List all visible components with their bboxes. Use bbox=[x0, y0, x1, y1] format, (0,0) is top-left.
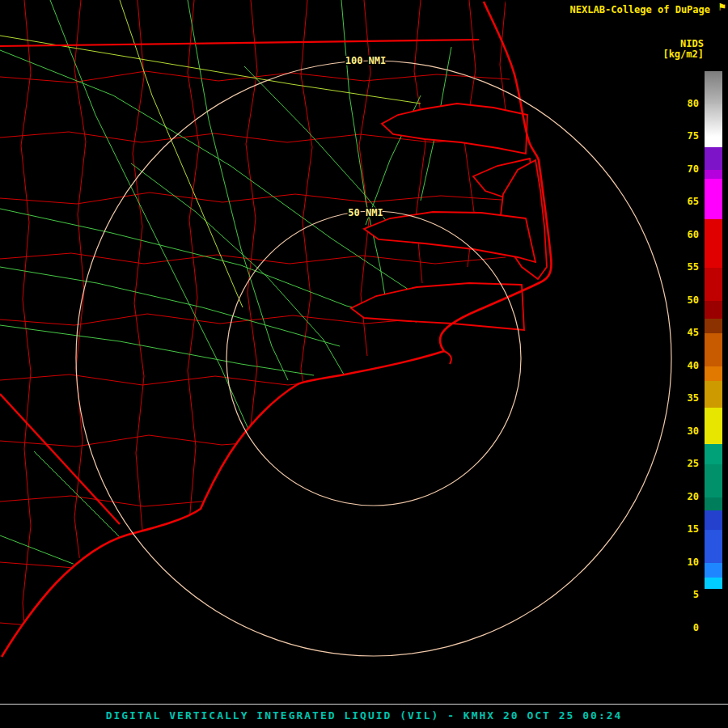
colorbar-tick-label: 70 bbox=[688, 163, 699, 175]
state-border-va bbox=[0, 40, 479, 46]
range-rings bbox=[76, 61, 671, 656]
radar-display: 100 NMI 50 NMI NEXLAB-College of DuPage … bbox=[0, 0, 728, 728]
product-caption: DIGITAL VERTICALLY INTEGRATED LIQUID (VI… bbox=[0, 709, 728, 722]
cape-lookout-hook bbox=[444, 351, 451, 364]
colorbar-tick-label: 30 bbox=[688, 425, 699, 437]
colorbar-tick-label: 55 bbox=[688, 261, 699, 273]
colorbar-segment bbox=[705, 301, 722, 334]
colorbar-segment bbox=[705, 71, 722, 104]
colorbar-segment bbox=[705, 464, 722, 497]
colorbar-segment bbox=[705, 170, 722, 203]
colorbar-tick-label: 5 bbox=[693, 589, 699, 600]
range-ring-100 bbox=[76, 61, 671, 656]
colorbar-tick-label: 20 bbox=[688, 491, 699, 502]
coastline-group bbox=[0, 2, 551, 657]
colorbar-segment bbox=[705, 399, 722, 432]
colorbar-tick-label: 15 bbox=[688, 523, 699, 535]
colorbar-tick-label: 10 bbox=[688, 557, 699, 568]
colorbar-segments bbox=[705, 71, 722, 629]
colorbar-segment bbox=[705, 563, 722, 596]
southern-coastline bbox=[2, 351, 444, 657]
footer-divider bbox=[0, 704, 728, 705]
colorbar-tick-label: 60 bbox=[688, 229, 699, 240]
colorbar-tick-label: 50 bbox=[688, 294, 699, 306]
road-lines bbox=[0, 0, 451, 647]
colorbar-tick-label: 40 bbox=[688, 360, 699, 371]
colorbar-tick-label: 75 bbox=[688, 130, 699, 142]
colorbar-ticks: 80757065605550454035302520151050 bbox=[670, 0, 699, 728]
albemarle-sound bbox=[382, 104, 527, 154]
colorbar-tick-label: 35 bbox=[688, 392, 699, 404]
colorbar-segment bbox=[705, 530, 722, 563]
colorbar-segment bbox=[705, 202, 722, 235]
state-border-sc bbox=[0, 394, 120, 524]
colorbar-segment bbox=[705, 432, 722, 465]
neuse-river bbox=[351, 283, 524, 330]
colorbar-segment bbox=[705, 268, 722, 301]
colorbar-segment bbox=[705, 333, 722, 366]
colorbar-tick-label: 25 bbox=[688, 458, 699, 469]
colorbar-tick-label: 0 bbox=[693, 622, 699, 633]
colorbar-tick-label: 80 bbox=[688, 98, 699, 109]
range-ring-label-50: 50 NMI bbox=[348, 207, 383, 218]
colorbar-segment bbox=[705, 137, 722, 170]
colorbar-tick-label: 65 bbox=[688, 196, 699, 207]
pamlico-river bbox=[364, 212, 535, 262]
colorbar-segment bbox=[705, 235, 722, 269]
colorbar-segment bbox=[705, 497, 722, 531]
radar-map: 100 NMI 50 NMI bbox=[0, 0, 728, 728]
range-ring-label-100: 100 NMI bbox=[345, 55, 387, 66]
colorbar-segment bbox=[705, 104, 722, 138]
colorbar-segment bbox=[705, 366, 722, 400]
range-ring-50 bbox=[226, 211, 521, 506]
nexlab-logo-icon: ⚑ bbox=[719, 1, 726, 12]
colorbar-tick-label: 45 bbox=[688, 327, 699, 338]
colorbar-segment bbox=[705, 596, 722, 629]
